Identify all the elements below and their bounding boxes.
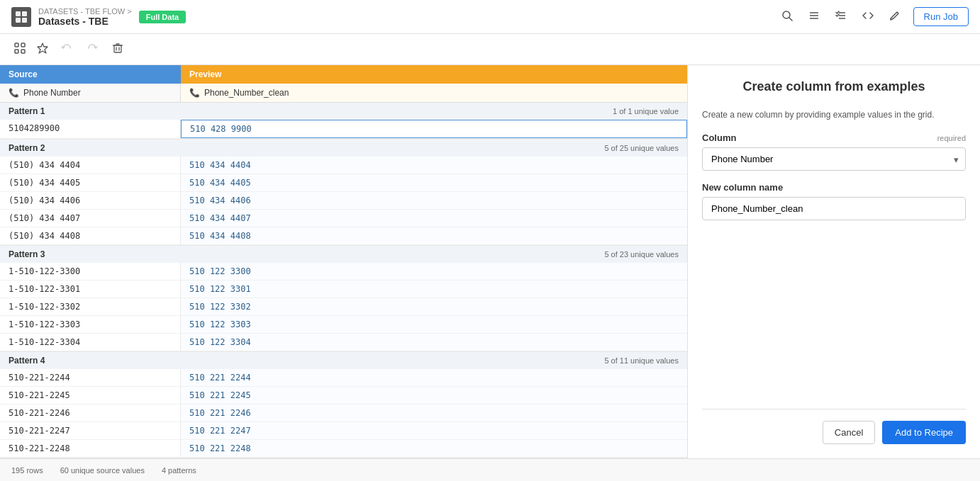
table-row: 510-221-2247510 221 2247 — [0, 422, 687, 440]
preview-cell: 510 434 4404 — [181, 157, 687, 174]
svg-rect-12 — [15, 43, 18, 47]
table-row: (510) 434 4405510 434 4405 — [0, 174, 687, 192]
data-panel: Source Preview 📞 Phone Number 📞 Phone_Nu… — [0, 65, 688, 458]
unique-status: 60 unique source values — [60, 466, 145, 475]
top-bar: DATASETS - TBE FLOW > Datasets - TBE Ful… — [0, 0, 980, 34]
right-panel: Create column from examples Create a new… — [688, 65, 980, 458]
full-data-badge: Full Data — [139, 11, 186, 23]
redo-button[interactable] — [82, 40, 102, 60]
pattern-count: 1 of 1 unique value — [613, 107, 679, 115]
run-job-button[interactable]: Run Job — [913, 7, 969, 26]
svg-line-5 — [789, 18, 792, 21]
source-cell: 510-221-2246 — [0, 404, 181, 421]
preview-cell: 510 122 3300 — [181, 263, 687, 280]
table-row: 1-510-122-3301510 122 3301 — [0, 281, 687, 298]
table-row: 1-510-122-3302510 122 3302 — [0, 298, 687, 316]
code-icon[interactable] — [859, 7, 876, 27]
breadcrumb-area: DATASETS - TBE FLOW > Datasets - TBE — [38, 7, 132, 27]
main-area: Source Preview 📞 Phone Number 📞 Phone_Nu… — [0, 65, 980, 458]
source-cell: (510) 434 4405 — [0, 174, 181, 191]
pattern-count: 5 of 11 unique values — [604, 356, 679, 365]
pattern-section-1: Pattern 1 1 of 1 unique value 5104289900… — [0, 103, 687, 140]
patterns-status: 4 patterns — [162, 466, 196, 475]
source-header: Source — [0, 65, 181, 84]
source-cell: 1-510-122-3303 — [0, 316, 181, 333]
source-cell: 510-221-2245 — [0, 387, 181, 404]
column-select[interactable]: Phone Number — [702, 147, 966, 171]
table-row: 510-221-2246510 221 2246 — [0, 404, 687, 422]
preview-cell: 510 122 3303 — [181, 316, 687, 333]
svg-rect-14 — [15, 50, 18, 53]
check-list-icon[interactable] — [833, 7, 850, 27]
pattern-section-2: Pattern 2 5 of 25 unique values (510) 43… — [0, 140, 687, 246]
cancel-button[interactable]: Cancel — [823, 421, 875, 444]
source-cell: 510-221-2244 — [0, 369, 181, 386]
top-bar-left: DATASETS - TBE FLOW > Datasets - TBE Ful… — [11, 7, 186, 27]
source-cell: 1-510-122-3302 — [0, 298, 181, 315]
preview-cell: 510 221 2245 — [181, 387, 687, 404]
pattern-count: 5 of 23 unique values — [604, 250, 679, 259]
edit-icon[interactable] — [886, 7, 903, 27]
pattern-label: Pattern 2 — [9, 143, 45, 153]
new-column-label: New column name — [702, 182, 966, 193]
preview-header: Preview — [181, 65, 687, 84]
pattern-header-4: Pattern 4 5 of 11 unique values — [0, 352, 687, 369]
source-cell: (510) 434 4407 — [0, 210, 181, 227]
preview-cell: 510 434 4408 — [181, 227, 687, 244]
apps-grid-icon[interactable] — [11, 40, 28, 60]
source-field-header: 📞 Phone Number — [0, 84, 181, 102]
star-icon[interactable] — [34, 40, 51, 60]
delete-button[interactable] — [108, 40, 128, 60]
panel-footer: Cancel Add to Recipe — [702, 409, 966, 444]
search-icon[interactable] — [779, 7, 796, 27]
table-row: (510) 434 4407510 434 4407 — [0, 210, 687, 227]
new-column-input[interactable] — [702, 197, 966, 220]
app-title: Datasets - TBE — [38, 18, 108, 26]
add-to-recipe-button[interactable]: Add to Recipe — [882, 421, 966, 444]
phone-icon-preview: 📞 — [189, 88, 200, 98]
rows-status: 195 rows — [11, 466, 43, 475]
svg-rect-15 — [21, 50, 25, 53]
preview-cell: 510 122 3302 — [181, 298, 687, 315]
source-cell: (510) 434 4406 — [0, 192, 181, 209]
source-cell: 1-510-122-3300 — [0, 263, 181, 280]
source-cell: 510-221-2247 — [0, 422, 181, 439]
source-cell: 510-221-2248 — [0, 440, 181, 457]
svg-rect-3 — [22, 18, 27, 23]
preview-cell: 510 122 3301 — [181, 281, 687, 298]
column-form-group: Column required Phone Number ▾ — [702, 132, 966, 171]
table-row: (510) 434 4408510 434 4408 — [0, 227, 687, 245]
table-row: 510-221-2244510 221 2244 — [0, 369, 687, 387]
column-label: Column required — [702, 132, 966, 143]
preview-cell[interactable]: 510 428 9900 — [181, 120, 687, 138]
source-cell: 5104289900 — [0, 120, 181, 138]
pattern-section-4: Pattern 4 5 of 11 unique values 510-221-… — [0, 352, 687, 458]
pattern-header-2: Pattern 2 5 of 25 unique values — [0, 140, 687, 157]
pattern-count: 5 of 25 unique values — [604, 144, 679, 152]
table-row: 1-510-122-3300510 122 3300 — [0, 263, 687, 281]
phone-icon-source: 📞 — [9, 88, 19, 98]
undo-button[interactable] — [57, 40, 77, 60]
pattern-label: Pattern 1 — [9, 106, 45, 116]
table-row: 510-221-2248510 221 2248 — [0, 440, 687, 458]
preview-cell: 510 434 4407 — [181, 210, 687, 227]
column-group-headers: Source Preview — [0, 65, 687, 84]
pattern-header-3: Pattern 3 5 of 23 unique values — [0, 246, 687, 263]
pattern-section-3: Pattern 3 5 of 23 unique values 1-510-12… — [0, 246, 687, 352]
panel-title: Create column from examples — [702, 79, 966, 94]
table-row: 1-510-122-3304510 122 3304 — [0, 334, 687, 351]
table-row: (510) 434 4404510 434 4404 — [0, 157, 687, 174]
new-column-form-group: New column name — [702, 182, 966, 220]
pattern-label: Pattern 4 — [9, 356, 45, 366]
svg-rect-0 — [16, 11, 21, 16]
column-select-wrapper: Phone Number ▾ — [702, 147, 966, 171]
preview-cell: 510 434 4406 — [181, 192, 687, 209]
patterns-container: Pattern 1 1 of 1 unique value 5104289900… — [0, 103, 687, 458]
app-icon — [11, 7, 31, 27]
required-badge: required — [937, 134, 966, 142]
source-cell: (510) 434 4408 — [0, 227, 181, 244]
list-icon[interactable] — [806, 7, 823, 27]
preview-cell: 510 122 3304 — [181, 334, 687, 351]
svg-rect-1 — [22, 11, 27, 16]
table-row: (510) 434 4406510 434 4406 — [0, 192, 687, 210]
